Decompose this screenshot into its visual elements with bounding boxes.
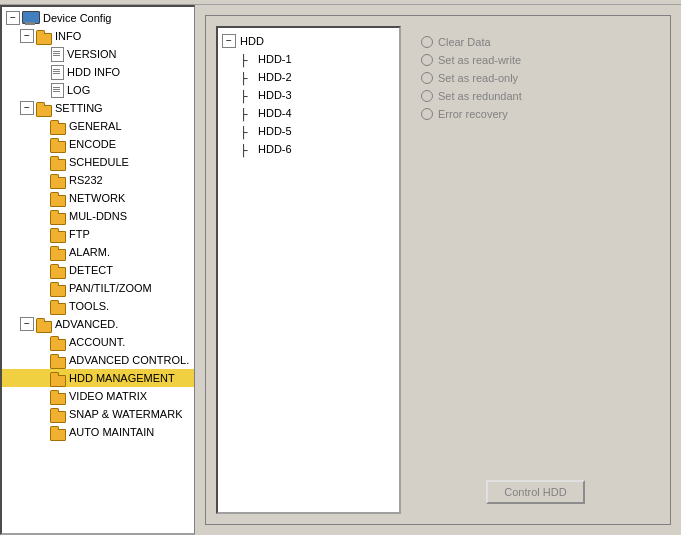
tree-expander-advanced[interactable]: − — [20, 317, 34, 331]
sidebar-item-mul-ddns[interactable]: MUL-DDNS — [2, 207, 194, 225]
sidebar-label-info: INFO — [55, 28, 81, 44]
sidebar-label-detect: DETECT — [69, 262, 113, 278]
hdd-connector-1: ├ — [240, 52, 254, 66]
tree-spacer-encode — [34, 137, 48, 151]
hdd-item-label-1: HDD-1 — [258, 51, 292, 67]
folder-icon-mul-ddns — [50, 210, 66, 223]
sidebar-label-general: GENERAL — [69, 118, 122, 134]
tree-spacer-version — [34, 47, 48, 61]
sidebar-item-snap-watermark[interactable]: SNAP & WATERMARK — [2, 405, 194, 423]
control-hdd-button[interactable]: Control HDD — [486, 480, 584, 504]
sidebar-label-setting: SETTING — [55, 100, 103, 116]
hdd-item-3[interactable]: ├HDD-3 — [222, 86, 395, 104]
sidebar-item-schedule[interactable]: SCHEDULE — [2, 153, 194, 171]
radio-label-clear-data: Clear Data — [438, 36, 491, 48]
sidebar-item-hdd-info[interactable]: HDD INFO — [2, 63, 194, 81]
sidebar-item-device-config[interactable]: −Device Config — [2, 9, 194, 27]
sidebar-item-advanced[interactable]: −ADVANCED. — [2, 315, 194, 333]
radio-btn-set-read-write[interactable] — [421, 54, 433, 66]
radio-btn-set-read-only[interactable] — [421, 72, 433, 84]
hdd-connector-4: ├ — [240, 106, 254, 120]
tree-spacer-tools — [34, 299, 48, 313]
hdd-item-2[interactable]: ├HDD-2 — [222, 68, 395, 86]
radio-label-set-redundant: Set as redundant — [438, 90, 522, 102]
sidebar-item-setting[interactable]: −SETTING — [2, 99, 194, 117]
hdd-tree-panel: −HDD├HDD-1├HDD-2├HDD-3├HDD-4├HDD-5├HDD-6 — [216, 26, 401, 514]
sidebar-item-advanced-control[interactable]: ADVANCED CONTROL. — [2, 351, 194, 369]
tree-expander-device-config[interactable]: − — [6, 11, 20, 25]
sidebar-item-auto-maintain[interactable]: AUTO MAINTAIN — [2, 423, 194, 441]
radio-option-error-recovery[interactable]: Error recovery — [421, 108, 650, 120]
sidebar-item-hdd-management[interactable]: HDD MANAGEMENT — [2, 369, 194, 387]
sidebar-item-tools[interactable]: TOOLS. — [2, 297, 194, 315]
radio-label-set-read-write: Set as read-write — [438, 54, 521, 66]
tree-spacer-alarm — [34, 245, 48, 259]
tree-expander-setting[interactable]: − — [20, 101, 34, 115]
radio-option-clear-data[interactable]: Clear Data — [421, 36, 650, 48]
page-icon-log — [50, 83, 64, 97]
folder-icon-hdd-management — [50, 372, 66, 385]
sidebar-item-account[interactable]: ACCOUNT. — [2, 333, 194, 351]
tree-spacer-network — [34, 191, 48, 205]
folder-icon-tools — [50, 300, 66, 313]
radio-option-set-redundant[interactable]: Set as redundant — [421, 90, 650, 102]
sidebar-label-network: NETWORK — [69, 190, 125, 206]
sidebar-label-hdd-management: HDD MANAGEMENT — [69, 370, 175, 386]
controls-spacer — [421, 126, 650, 474]
sidebar-label-rs232: RS232 — [69, 172, 103, 188]
folder-icon-ftp — [50, 228, 66, 241]
sidebar-item-network[interactable]: NETWORK — [2, 189, 194, 207]
hdd-item-label-2: HDD-2 — [258, 69, 292, 85]
hdd-root-label: HDD — [240, 33, 264, 49]
main-container: −Device Config−INFOVERSIONHDD INFOLOG−SE… — [0, 5, 681, 535]
sidebar-item-log[interactable]: LOG — [2, 81, 194, 99]
sidebar-item-info[interactable]: −INFO — [2, 27, 194, 45]
hdd-connector-6: ├ — [240, 142, 254, 156]
radio-btn-error-recovery[interactable] — [421, 108, 433, 120]
folder-icon-advanced-control — [50, 354, 66, 367]
sidebar-item-general[interactable]: GENERAL — [2, 117, 194, 135]
hdd-connector-5: ├ — [240, 124, 254, 138]
hdd-item-6[interactable]: ├HDD-6 — [222, 140, 395, 158]
folder-icon-alarm — [50, 246, 66, 259]
sidebar-item-detect[interactable]: DETECT — [2, 261, 194, 279]
radio-btn-set-redundant[interactable] — [421, 90, 433, 102]
sidebar-label-video-matrix: VIDEO MATRIX — [69, 388, 147, 404]
tree-spacer-pan-tilt-zoom — [34, 281, 48, 295]
sidebar-item-alarm[interactable]: ALARM. — [2, 243, 194, 261]
folder-icon-network — [50, 192, 66, 205]
radio-option-set-read-only[interactable]: Set as read-only — [421, 72, 650, 84]
hdd-tree-root[interactable]: −HDD — [222, 32, 395, 50]
tree-spacer-mul-ddns — [34, 209, 48, 223]
folder-icon-video-matrix — [50, 390, 66, 403]
page-icon-hdd-info — [50, 65, 64, 79]
tree-spacer-advanced-control — [34, 353, 48, 367]
radio-btn-clear-data[interactable] — [421, 36, 433, 48]
radio-option-set-read-write[interactable]: Set as read-write — [421, 54, 650, 66]
folder-icon-encode — [50, 138, 66, 151]
sidebar-label-device-config: Device Config — [43, 10, 111, 26]
hdd-item-1[interactable]: ├HDD-1 — [222, 50, 395, 68]
folder-icon-detect — [50, 264, 66, 277]
hdd-item-4[interactable]: ├HDD-4 — [222, 104, 395, 122]
sidebar-label-version: VERSION — [67, 46, 117, 62]
hdd-item-5[interactable]: ├HDD-5 — [222, 122, 395, 140]
sidebar-label-mul-ddns: MUL-DDNS — [69, 208, 127, 224]
sidebar-item-video-matrix[interactable]: VIDEO MATRIX — [2, 387, 194, 405]
sidebar-item-pan-tilt-zoom[interactable]: PAN/TILT/ZOOM — [2, 279, 194, 297]
sidebar-item-version[interactable]: VERSION — [2, 45, 194, 63]
folder-icon-advanced — [36, 318, 52, 331]
tree-spacer-hdd-info — [34, 65, 48, 79]
controls-panel: Clear DataSet as read-writeSet as read-o… — [411, 26, 660, 514]
folder-icon-snap-watermark — [50, 408, 66, 421]
sidebar-item-encode[interactable]: ENCODE — [2, 135, 194, 153]
sidebar-item-rs232[interactable]: RS232 — [2, 171, 194, 189]
sidebar-label-tools: TOOLS. — [69, 298, 109, 314]
tree-expander-info[interactable]: − — [20, 29, 34, 43]
sidebar-label-log: LOG — [67, 82, 90, 98]
sidebar-label-advanced: ADVANCED. — [55, 316, 118, 332]
sidebar-item-ftp[interactable]: FTP — [2, 225, 194, 243]
hdd-tree-expander[interactable]: − — [222, 34, 236, 48]
hdd-item-label-6: HDD-6 — [258, 141, 292, 157]
hdd-item-label-5: HDD-5 — [258, 123, 292, 139]
